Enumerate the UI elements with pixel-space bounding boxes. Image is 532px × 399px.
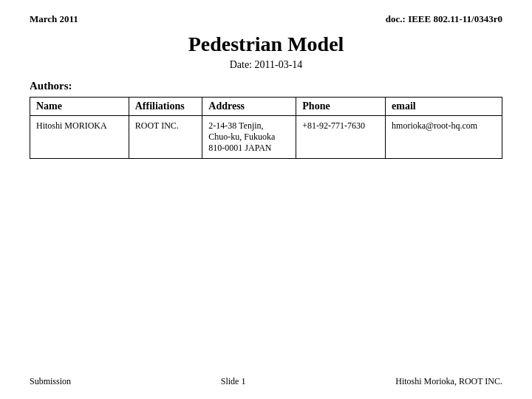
- footer-left: Submission: [30, 376, 71, 387]
- table-header-row: Name Affiliations Address Phone email: [30, 98, 502, 116]
- main-title: Pedestrian Model: [30, 33, 502, 56]
- col-name: Name: [30, 98, 129, 116]
- col-affiliations: Affiliations: [129, 98, 202, 116]
- cell-name: Hitoshi MORIOKA: [30, 116, 129, 159]
- authors-table: Name Affiliations Address Phone email Hi…: [30, 97, 502, 159]
- header-date: March 2011: [30, 13, 78, 25]
- footer-right: Hitoshi Morioka, ROOT INC.: [395, 376, 502, 387]
- table-row: Hitoshi MORIOKA ROOT INC. 2-14-38 Tenjin…: [30, 116, 502, 159]
- cell-email: hmorioka@root-hq.com: [386, 116, 502, 159]
- cell-address: 2-14-38 Tenjin,Chuo-ku, Fukuoka810-0001 …: [202, 116, 296, 159]
- page: March 2011 doc.: IEEE 802.11-11/0343r0 P…: [0, 0, 532, 399]
- footer-center: Slide 1: [221, 376, 246, 387]
- col-email: email: [386, 98, 502, 116]
- cell-phone: +81-92-771-7630: [296, 116, 386, 159]
- col-address: Address: [202, 98, 296, 116]
- header-doc: doc.: IEEE 802.11-11/0343r0: [386, 13, 502, 25]
- header: March 2011 doc.: IEEE 802.11-11/0343r0: [30, 13, 502, 25]
- authors-label: Authors:: [30, 80, 502, 92]
- col-phone: Phone: [296, 98, 386, 116]
- cell-affiliations: ROOT INC.: [129, 116, 202, 159]
- date-line: Date: 2011-03-14: [30, 59, 502, 71]
- title-section: Pedestrian Model Date: 2011-03-14: [30, 33, 502, 71]
- footer: Submission Slide 1 Hitoshi Morioka, ROOT…: [30, 376, 502, 387]
